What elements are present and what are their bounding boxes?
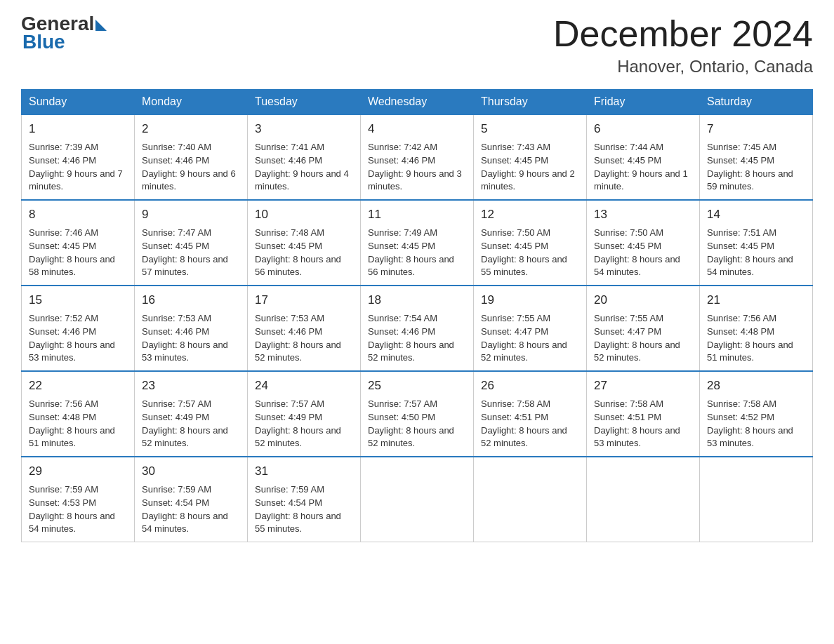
- day-number: 21: [707, 292, 805, 309]
- day-number: 8: [29, 206, 127, 224]
- day-cell-7: 7Sunrise: 7:45 AMSunset: 4:45 PMDaylight…: [700, 114, 813, 200]
- logo: General Blue: [21, 14, 107, 53]
- col-header-wednesday: Wednesday: [361, 90, 474, 115]
- empty-cell: [587, 457, 700, 542]
- empty-cell: [474, 457, 587, 542]
- day-number: 9: [142, 206, 240, 224]
- day-info: Sunrise: 7:40 AMSunset: 4:46 PMDaylight:…: [142, 141, 240, 194]
- day-cell-31: 31Sunrise: 7:59 AMSunset: 4:54 PMDayligh…: [248, 457, 361, 542]
- day-cell-29: 29Sunrise: 7:59 AMSunset: 4:53 PMDayligh…: [22, 457, 135, 542]
- day-cell-4: 4Sunrise: 7:42 AMSunset: 4:46 PMDaylight…: [361, 114, 474, 200]
- day-info: Sunrise: 7:58 AMSunset: 4:51 PMDaylight:…: [594, 398, 692, 450]
- location: Hanover, Ontario, Canada: [553, 57, 813, 76]
- page-header: General Blue December 2024 Hanover, Onta…: [21, 14, 813, 76]
- week-row-3: 15Sunrise: 7:52 AMSunset: 4:46 PMDayligh…: [22, 286, 813, 371]
- week-row-1: 1Sunrise: 7:39 AMSunset: 4:46 PMDaylight…: [22, 114, 813, 200]
- day-number: 22: [29, 377, 127, 395]
- col-header-tuesday: Tuesday: [248, 90, 361, 115]
- day-info: Sunrise: 7:57 AMSunset: 4:49 PMDaylight:…: [255, 398, 353, 450]
- day-cell-24: 24Sunrise: 7:57 AMSunset: 4:49 PMDayligh…: [248, 371, 361, 457]
- day-cell-28: 28Sunrise: 7:58 AMSunset: 4:52 PMDayligh…: [700, 371, 813, 457]
- week-row-2: 8Sunrise: 7:46 AMSunset: 4:45 PMDaylight…: [22, 200, 813, 286]
- day-info: Sunrise: 7:59 AMSunset: 4:54 PMDaylight:…: [142, 483, 240, 536]
- day-cell-9: 9Sunrise: 7:47 AMSunset: 4:45 PMDaylight…: [135, 200, 248, 286]
- day-number: 29: [29, 463, 127, 481]
- day-cell-15: 15Sunrise: 7:52 AMSunset: 4:46 PMDayligh…: [22, 286, 135, 371]
- day-info: Sunrise: 7:52 AMSunset: 4:46 PMDaylight:…: [29, 312, 127, 365]
- day-cell-20: 20Sunrise: 7:55 AMSunset: 4:47 PMDayligh…: [587, 286, 700, 371]
- day-info: Sunrise: 7:56 AMSunset: 4:48 PMDaylight:…: [707, 312, 805, 365]
- calendar-body: 1Sunrise: 7:39 AMSunset: 4:46 PMDaylight…: [22, 114, 813, 542]
- day-info: Sunrise: 7:48 AMSunset: 4:45 PMDaylight:…: [255, 227, 353, 279]
- day-info: Sunrise: 7:57 AMSunset: 4:50 PMDaylight:…: [368, 398, 466, 450]
- calendar-table: SundayMondayTuesdayWednesdayThursdayFrid…: [21, 89, 813, 542]
- week-row-5: 29Sunrise: 7:59 AMSunset: 4:53 PMDayligh…: [22, 457, 813, 542]
- day-cell-16: 16Sunrise: 7:53 AMSunset: 4:46 PMDayligh…: [135, 286, 248, 371]
- day-cell-3: 3Sunrise: 7:41 AMSunset: 4:46 PMDaylight…: [248, 114, 361, 200]
- day-info: Sunrise: 7:55 AMSunset: 4:47 PMDaylight:…: [594, 312, 692, 365]
- day-cell-2: 2Sunrise: 7:40 AMSunset: 4:46 PMDaylight…: [135, 114, 248, 200]
- day-cell-1: 1Sunrise: 7:39 AMSunset: 4:46 PMDaylight…: [22, 114, 135, 200]
- day-number: 15: [29, 292, 127, 309]
- day-number: 5: [481, 121, 579, 138]
- day-info: Sunrise: 7:58 AMSunset: 4:52 PMDaylight:…: [707, 398, 805, 450]
- day-cell-11: 11Sunrise: 7:49 AMSunset: 4:45 PMDayligh…: [361, 200, 474, 286]
- day-cell-6: 6Sunrise: 7:44 AMSunset: 4:45 PMDaylight…: [587, 114, 700, 200]
- day-number: 1: [29, 121, 127, 138]
- day-number: 13: [594, 206, 692, 224]
- day-number: 12: [481, 206, 579, 224]
- day-info: Sunrise: 7:42 AMSunset: 4:46 PMDaylight:…: [368, 141, 466, 194]
- empty-cell: [700, 457, 813, 542]
- day-cell-14: 14Sunrise: 7:51 AMSunset: 4:45 PMDayligh…: [700, 200, 813, 286]
- day-cell-30: 30Sunrise: 7:59 AMSunset: 4:54 PMDayligh…: [135, 457, 248, 542]
- day-number: 31: [255, 463, 353, 481]
- day-number: 25: [368, 377, 466, 395]
- day-cell-13: 13Sunrise: 7:50 AMSunset: 4:45 PMDayligh…: [587, 200, 700, 286]
- day-info: Sunrise: 7:57 AMSunset: 4:49 PMDaylight:…: [142, 398, 240, 450]
- col-header-saturday: Saturday: [700, 90, 813, 115]
- day-info: Sunrise: 7:50 AMSunset: 4:45 PMDaylight:…: [481, 227, 579, 279]
- title-area: December 2024 Hanover, Ontario, Canada: [553, 14, 813, 76]
- day-cell-8: 8Sunrise: 7:46 AMSunset: 4:45 PMDaylight…: [22, 200, 135, 286]
- col-header-sunday: Sunday: [22, 90, 135, 115]
- day-info: Sunrise: 7:55 AMSunset: 4:47 PMDaylight:…: [481, 312, 579, 365]
- day-number: 16: [142, 292, 240, 309]
- col-header-monday: Monday: [135, 90, 248, 115]
- day-number: 27: [594, 377, 692, 395]
- col-header-friday: Friday: [587, 90, 700, 115]
- day-number: 18: [368, 292, 466, 309]
- day-number: 4: [368, 121, 466, 138]
- header-row: SundayMondayTuesdayWednesdayThursdayFrid…: [22, 90, 813, 115]
- day-cell-22: 22Sunrise: 7:56 AMSunset: 4:48 PMDayligh…: [22, 371, 135, 457]
- day-number: 30: [142, 463, 240, 481]
- day-cell-18: 18Sunrise: 7:54 AMSunset: 4:46 PMDayligh…: [361, 286, 474, 371]
- day-info: Sunrise: 7:59 AMSunset: 4:53 PMDaylight:…: [29, 483, 127, 536]
- day-cell-10: 10Sunrise: 7:48 AMSunset: 4:45 PMDayligh…: [248, 200, 361, 286]
- day-number: 23: [142, 377, 240, 395]
- day-info: Sunrise: 7:58 AMSunset: 4:51 PMDaylight:…: [481, 398, 579, 450]
- day-info: Sunrise: 7:49 AMSunset: 4:45 PMDaylight:…: [368, 227, 466, 279]
- day-number: 26: [481, 377, 579, 395]
- day-info: Sunrise: 7:50 AMSunset: 4:45 PMDaylight:…: [594, 227, 692, 279]
- day-info: Sunrise: 7:43 AMSunset: 4:45 PMDaylight:…: [481, 141, 579, 194]
- day-info: Sunrise: 7:53 AMSunset: 4:46 PMDaylight:…: [142, 312, 240, 365]
- day-cell-26: 26Sunrise: 7:58 AMSunset: 4:51 PMDayligh…: [474, 371, 587, 457]
- day-number: 6: [594, 121, 692, 138]
- day-cell-5: 5Sunrise: 7:43 AMSunset: 4:45 PMDaylight…: [474, 114, 587, 200]
- day-number: 28: [707, 377, 805, 395]
- week-row-4: 22Sunrise: 7:56 AMSunset: 4:48 PMDayligh…: [22, 371, 813, 457]
- day-info: Sunrise: 7:45 AMSunset: 4:45 PMDaylight:…: [707, 141, 805, 194]
- day-number: 24: [255, 377, 353, 395]
- calendar-header: SundayMondayTuesdayWednesdayThursdayFrid…: [22, 90, 813, 115]
- day-info: Sunrise: 7:53 AMSunset: 4:46 PMDaylight:…: [255, 312, 353, 365]
- day-info: Sunrise: 7:54 AMSunset: 4:46 PMDaylight:…: [368, 312, 466, 365]
- day-number: 11: [368, 206, 466, 224]
- day-number: 17: [255, 292, 353, 309]
- day-info: Sunrise: 7:46 AMSunset: 4:45 PMDaylight:…: [29, 227, 127, 279]
- day-info: Sunrise: 7:51 AMSunset: 4:45 PMDaylight:…: [707, 227, 805, 279]
- day-number: 10: [255, 206, 353, 224]
- day-number: 19: [481, 292, 579, 309]
- day-number: 3: [255, 121, 353, 138]
- col-header-thursday: Thursday: [474, 90, 587, 115]
- day-info: Sunrise: 7:56 AMSunset: 4:48 PMDaylight:…: [29, 398, 127, 450]
